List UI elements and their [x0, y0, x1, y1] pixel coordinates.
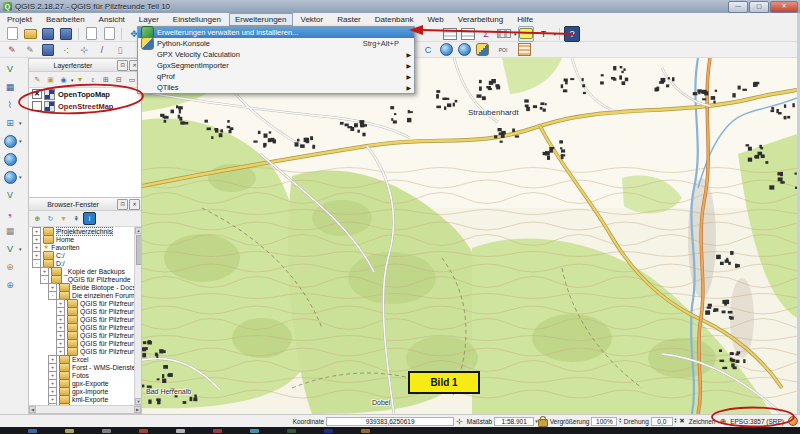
- taskbar-app-icon[interactable]: [213, 429, 222, 433]
- tree-item-12[interactable]: +QGIS für Pilzfreunde: [29, 323, 141, 331]
- minimize-button[interactable]: —: [728, 1, 748, 13]
- taskbar-app-icon[interactable]: [324, 429, 333, 433]
- layer-checkbox[interactable]: ✕: [32, 89, 42, 99]
- csw-search-icon[interactable]: C: [420, 42, 436, 58]
- toggle-editing-icon[interactable]: ✎: [22, 42, 38, 58]
- taskbar-app-icon[interactable]: [176, 429, 185, 433]
- layer-row-opentopomap[interactable]: ✕OpenTopoMap: [29, 88, 141, 100]
- tree-item-0[interactable]: +Projektverzeichnis: [29, 227, 141, 235]
- scroll-thumb[interactable]: [136, 235, 141, 265]
- poi-icon[interactable]: POI: [492, 42, 514, 58]
- tree-item-19[interactable]: +gpx-Exporte: [29, 379, 141, 387]
- add-wms-layer-icon[interactable]: [2, 133, 18, 149]
- tree-item-15[interactable]: +QGIS für Pilzfreunde: [29, 347, 141, 355]
- open-attribute-table-icon[interactable]: [442, 26, 458, 42]
- tree-item-3[interactable]: +C:/: [29, 251, 141, 259]
- layout-table-icon[interactable]: [460, 26, 476, 42]
- menu-projekt[interactable]: Projekt: [1, 13, 38, 26]
- rotation-spinner[interactable]: ▲▼: [674, 418, 677, 424]
- taskbar-app-icon[interactable]: [250, 429, 259, 433]
- new-shapefile-icon[interactable]: V: [2, 187, 18, 203]
- scroll-up-arrow[interactable]: ▲: [135, 227, 141, 234]
- tree-expander[interactable]: +: [48, 403, 57, 406]
- menu-verarbeitung[interactable]: Verarbeitung: [452, 13, 509, 26]
- taskbar-app-icon[interactable]: [102, 429, 111, 433]
- menu-item-2[interactable]: GPX Velocity Calculation▶: [138, 49, 414, 60]
- quickmap-globe2-icon[interactable]: [456, 42, 472, 58]
- rotation-input[interactable]: 0,0: [651, 417, 673, 426]
- map-annotation-badge[interactable]: Bild 1: [408, 371, 480, 394]
- add-group-icon[interactable]: ▣: [44, 73, 57, 86]
- message-log-icon[interactable]: [788, 416, 798, 426]
- browser-panel-float-button[interactable]: ⊡: [117, 199, 128, 210]
- tree-item-8[interactable]: -Die einzelnen Forums-Be: [29, 291, 141, 299]
- tree-item-1[interactable]: +Home: [29, 235, 141, 243]
- menu-item-3[interactable]: GpxSegmentImporter▶: [138, 60, 414, 71]
- coordinate-input[interactable]: 939383,6250619: [326, 417, 454, 426]
- measure-icon[interactable]: [496, 26, 512, 42]
- tree-item-11[interactable]: +QGIS für Pilzfreunde: [29, 315, 141, 323]
- scale-combo[interactable]: 1:58.901: [494, 417, 534, 426]
- open-project-icon[interactable]: [22, 26, 38, 42]
- manage-themes-icon[interactable]: ◉: [57, 73, 70, 86]
- menu-item-0[interactable]: Erweiterungen verwalten und installieren…: [138, 27, 414, 38]
- tree-vertical-scrollbar[interactable]: ▲ ▼: [134, 227, 141, 405]
- layer-checkbox[interactable]: [32, 101, 42, 111]
- layers-panel-float-button[interactable]: ⊡: [117, 60, 128, 71]
- menu-hilfe[interactable]: Hilfe: [511, 13, 539, 26]
- taskbar-app-icon[interactable]: [139, 429, 148, 433]
- extent-icon[interactable]: ⊹: [456, 417, 463, 426]
- new-composer-icon[interactable]: [83, 26, 99, 42]
- menu-item-5[interactable]: QTiles▶: [138, 82, 414, 93]
- layer-row-openstreetmap[interactable]: OpenStreetMap: [29, 100, 141, 112]
- expand-all-icon[interactable]: ⊞: [100, 73, 113, 86]
- magnifier-spinner[interactable]: ▲▼: [618, 418, 621, 424]
- tree-item-13[interactable]: +QGIS für Pilzfreunde: [29, 331, 141, 339]
- add-oracle-icon[interactable]: ⊕: [2, 259, 18, 275]
- render-checkbox[interactable]: ✕: [679, 417, 684, 425]
- browser-panel-close-button[interactable]: ✕: [129, 199, 140, 210]
- quickmap-globe-icon[interactable]: [438, 42, 454, 58]
- current-edits-icon[interactable]: ✎: [4, 42, 20, 58]
- collapse-all-icon[interactable]: ⊟: [113, 73, 126, 86]
- taskbar-app-icon[interactable]: [361, 429, 370, 433]
- magnifier-input[interactable]: 100%: [591, 417, 617, 426]
- statistics-sum-icon[interactable]: Σ: [478, 26, 494, 42]
- node-tool-icon[interactable]: /: [94, 42, 110, 58]
- composer-manager-icon[interactable]: [101, 26, 117, 42]
- new-project-icon[interactable]: [4, 26, 20, 42]
- add-raster-layer-icon[interactable]: ▦: [2, 79, 18, 95]
- menu-item-4[interactable]: qProf▶: [138, 71, 414, 82]
- menu-layer[interactable]: Layer: [133, 13, 165, 26]
- open-layer-styling-icon[interactable]: ✎: [31, 73, 44, 86]
- add-wfs-layer-icon[interactable]: [2, 169, 18, 185]
- add-delimited-text-icon[interactable]: ⌇: [2, 97, 18, 113]
- db-manager-icon[interactable]: ▦: [2, 223, 18, 239]
- save-project-icon[interactable]: [40, 26, 56, 42]
- filter-expression-icon[interactable]: ε: [87, 73, 100, 86]
- refresh-icon[interactable]: ↻: [44, 212, 57, 225]
- add-wcs-layer-icon[interactable]: [2, 151, 18, 167]
- tree-item-17[interactable]: +Forst - WMS-Dienste: [29, 363, 141, 371]
- scale-lock-icon[interactable]: [538, 419, 548, 427]
- scroll-right-arrow[interactable]: ▶: [134, 406, 141, 413]
- menu-bearbeiten[interactable]: Bearbeiten: [40, 13, 91, 26]
- menu-item-1[interactable]: Python-KonsoleStrg+Alt+P: [138, 38, 414, 49]
- tree-item-21[interactable]: +kml-Exporte: [29, 395, 141, 403]
- crs-globe-icon[interactable]: ⊕: [719, 417, 726, 426]
- filter-browser-icon[interactable]: ▼: [57, 212, 70, 225]
- new-spatialite-icon[interactable]: ❟: [2, 205, 18, 221]
- save-edits-icon[interactable]: [40, 42, 56, 58]
- taskbar-app-icon[interactable]: [65, 429, 74, 433]
- tree-horizontal-scrollbar[interactable]: ◀ ▶: [29, 405, 141, 412]
- tree-item-22[interactable]: +nicht georeferenzierte K: [29, 403, 141, 405]
- tree-item-16[interactable]: +Excel: [29, 355, 141, 363]
- annotation-callout-icon[interactable]: [518, 26, 534, 42]
- taskbar-app-icon[interactable]: [287, 429, 296, 433]
- tree-item-2[interactable]: +★Favoriten: [29, 243, 141, 251]
- add-postgis-icon[interactable]: V: [2, 241, 18, 257]
- menu-erweiterungen[interactable]: Erweiterungen: [229, 13, 293, 26]
- add-vector-layer-icon[interactable]: V: [2, 61, 18, 77]
- menu-datenbank[interactable]: Datenbank: [369, 13, 420, 26]
- menu-ansicht[interactable]: Ansicht: [93, 13, 131, 26]
